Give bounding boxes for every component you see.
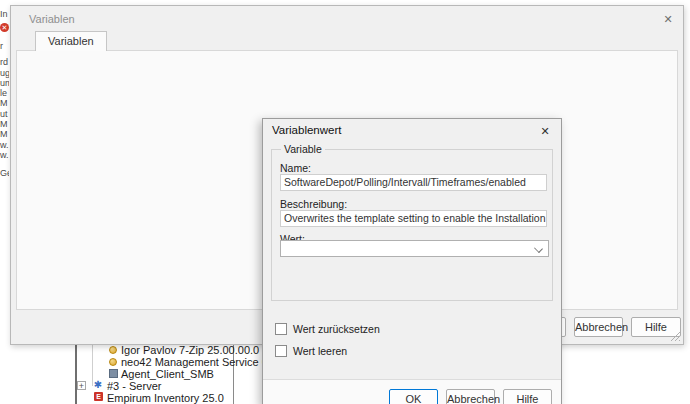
modal-footer: OK Abbrechen Hilfe: [263, 379, 561, 404]
text-fragment: um: [0, 78, 9, 88]
text-fragment: r: [0, 41, 9, 51]
text-fragment: ug: [0, 68, 9, 78]
text-fragment: M: [0, 129, 9, 139]
panel-border: [75, 344, 77, 404]
description-label: Beschreibung:: [280, 198, 347, 210]
variable-value-dialog: Variablenwert ✕ Variable Name: SoftwareD…: [262, 118, 562, 404]
chevron-down-icon: [534, 244, 543, 253]
package-icon: [109, 358, 117, 366]
text-fragment: ut: [0, 109, 9, 119]
error-icon: ✕: [0, 23, 9, 32]
value-dropdown[interactable]: [280, 240, 549, 257]
help-button[interactable]: Hilfe: [503, 389, 552, 404]
modal-title: Variablenwert: [272, 124, 341, 136]
tree-item-server[interactable]: #3 - Server: [107, 380, 161, 392]
variable-groupbox: Variable Name: SoftwareDepot/Polling/Int…: [271, 149, 553, 301]
cancel-button[interactable]: Abbrechen: [574, 317, 623, 337]
reset-value-checkbox[interactable]: [275, 323, 287, 335]
inventory-icon: E: [94, 392, 103, 401]
ok-button[interactable]: OK: [389, 389, 438, 404]
clear-value-label: Wert leeren: [293, 345, 347, 357]
smb-client-icon: [109, 369, 118, 378]
close-icon[interactable]: ✕: [538, 124, 552, 138]
name-field[interactable]: SoftwareDepot/Polling/Intervall/Timefram…: [280, 174, 547, 191]
close-icon[interactable]: ✕: [661, 12, 675, 26]
text-fragment: w.: [0, 140, 9, 150]
tree-item-7zip[interactable]: Igor Pavlov 7-Zip 25.00.00.0: [121, 344, 259, 356]
server-icon: ✱: [93, 380, 103, 390]
text-fragment: M: [0, 98, 9, 108]
groupbox-label: Variable: [281, 143, 325, 155]
package-icon: [109, 346, 117, 354]
dialog-title: Variablen: [29, 13, 75, 25]
name-label: Name:: [280, 162, 311, 174]
cancel-button[interactable]: Abbrechen: [446, 389, 495, 404]
text-fragment: rd: [0, 57, 9, 67]
text-fragment: w.: [0, 150, 9, 160]
text-fragment: Ge: [0, 168, 9, 178]
text-fragment: le: [0, 88, 9, 98]
tree-item-agent-client-smb[interactable]: Agent_Client_SMB: [121, 368, 214, 380]
reset-value-label: Wert zurücksetzen: [293, 323, 380, 335]
clear-value-checkbox[interactable]: [275, 345, 287, 357]
resize-grip-icon[interactable]: [668, 329, 680, 341]
tab-variablen[interactable]: Variablen: [35, 31, 107, 51]
description-field[interactable]: Overwrites the template setting to enabl…: [280, 210, 547, 227]
tree-item-empirum-inventory[interactable]: Empirum Inventory 25.0: [107, 392, 224, 404]
text-fragment: M: [0, 119, 9, 129]
expand-icon[interactable]: [77, 381, 86, 390]
text-fragment: In: [0, 9, 9, 19]
